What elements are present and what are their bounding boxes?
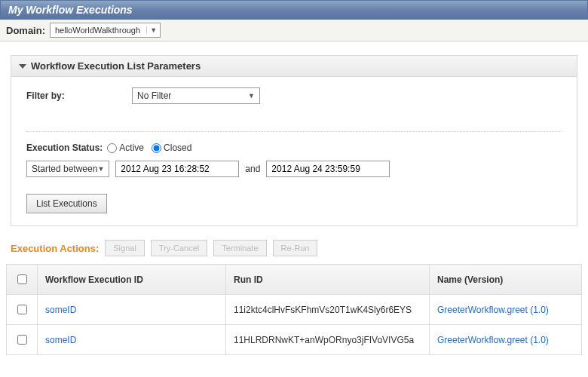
table-row: someID 11HLRDRNwKT+anWpORnyo3jFIVoVIVG5a… xyxy=(7,325,582,355)
domain-bar: Domain: helloWorldWalkthrough ▼ xyxy=(0,20,588,41)
workflow-id-link[interactable]: someID xyxy=(45,335,76,345)
col-run-id[interactable]: Run ID xyxy=(226,265,430,295)
workflow-name-link[interactable]: GreeterWorkflow.greet (1.0) xyxy=(437,335,549,345)
chevron-down-icon: ▼ xyxy=(97,165,104,173)
domain-select[interactable]: helloWorldWalkthrough ▼ xyxy=(50,23,161,38)
status-closed-radio[interactable]: Closed xyxy=(152,143,191,153)
date-from-input[interactable] xyxy=(115,161,239,177)
chevron-down-icon: ▼ xyxy=(146,26,157,34)
run-id-text: 11HLRDRNwKT+anWpORnyo3jFIVoVIVG5a xyxy=(226,325,430,355)
workflow-name-link[interactable]: GreeterWorkflow.greet (1.0) xyxy=(437,305,549,315)
re-run-button[interactable]: Re-Run xyxy=(273,240,318,256)
panel-title: Workflow Execution List Parameters xyxy=(31,60,201,72)
date-mode-select[interactable]: Started between ▼ xyxy=(26,161,109,177)
domain-label: Domain: xyxy=(6,25,45,36)
collapse-icon xyxy=(19,64,26,69)
workflow-id-link[interactable]: someID xyxy=(45,305,76,315)
date-and-text: and xyxy=(245,164,260,174)
chevron-down-icon: ▼ xyxy=(248,92,255,100)
table-row: someID 11i2ktc4clHvFsKFhmVs20T1wK4Sly6r6… xyxy=(7,295,582,325)
status-active-radio[interactable]: Active xyxy=(107,143,144,153)
executions-table: Workflow Execution ID Run ID Name (Versi… xyxy=(6,264,582,355)
col-workflow-id[interactable]: Workflow Execution ID xyxy=(38,265,226,295)
status-label: Execution Status: xyxy=(26,143,103,153)
domain-value: helloWorldWalkthrough xyxy=(55,26,140,35)
row-checkbox[interactable] xyxy=(17,305,27,314)
row-checkbox[interactable] xyxy=(17,335,27,345)
col-name-version[interactable]: Name (Version) xyxy=(430,265,582,295)
filter-select[interactable]: No Filter ▼ xyxy=(132,87,260,104)
filter-value: No Filter xyxy=(137,90,171,101)
try-cancel-button[interactable]: Try-Cancel xyxy=(151,240,207,256)
status-closed-text: Closed xyxy=(164,143,191,153)
panel-header[interactable]: Workflow Execution List Parameters xyxy=(11,56,577,77)
terminate-button[interactable]: Terminate xyxy=(213,240,266,256)
select-all-checkbox[interactable] xyxy=(17,274,27,284)
list-executions-button[interactable]: List Executions xyxy=(26,194,107,213)
filter-label: Filter by: xyxy=(26,90,132,101)
run-id-text: 11i2ktc4clHvFsKFhmVs20T1wK4Sly6r6EYS xyxy=(226,295,430,325)
parameters-panel: Workflow Execution List Parameters Filte… xyxy=(11,55,577,226)
actions-label: Execution Actions: xyxy=(11,243,99,254)
signal-button[interactable]: Signal xyxy=(105,240,145,256)
date-mode-value: Started between xyxy=(32,164,97,174)
page-title: My Workflow Executions xyxy=(0,0,588,20)
date-to-input[interactable] xyxy=(266,161,390,177)
status-active-text: Active xyxy=(119,143,144,153)
